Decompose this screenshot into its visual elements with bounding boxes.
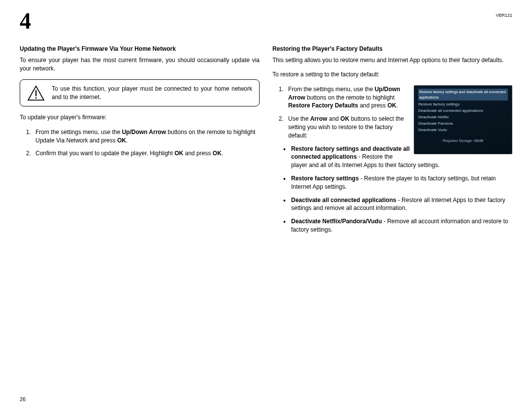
text: . [126, 137, 128, 144]
screenshot-footer: Required Storage: 48MB [418, 138, 508, 143]
svg-point-1 [35, 97, 37, 99]
bold: OK [117, 137, 126, 144]
bullet-restore-all: Restore factory settings and deactivate … [283, 145, 512, 170]
model-code: VBR121 [496, 13, 512, 18]
page-number: 26 [20, 396, 26, 402]
bold: Restore Factory Defaults [288, 102, 358, 109]
bold: Up/Down Arrow [122, 129, 166, 136]
left-column: Updating the Player's Firmware Via Your … [20, 45, 260, 239]
bold: OK [174, 150, 183, 157]
bold: Deactivate all connected applications [291, 197, 396, 204]
screenshot-line: Deactivate Vudu [418, 127, 508, 133]
bullet-deactivate-services: Deactivate Netflix/Pandora/Vudu - Remove… [283, 217, 512, 234]
left-lead: To update your player's firmware: [20, 113, 260, 122]
text: . [222, 150, 223, 157]
right-column: Restoring the Player's Factory Defaults … [272, 45, 512, 239]
alert-box: To use this function, your player must b… [20, 79, 260, 107]
bold: OK [387, 102, 396, 109]
screenshot-line-highlight: Restore factory settings and deactivate … [418, 89, 508, 101]
bold: Deactivate Netflix/Pandora/Vudu [291, 218, 382, 225]
warning-icon [27, 85, 45, 101]
text: and press [358, 102, 387, 109]
text: From the settings menu, use the [35, 129, 122, 136]
bold: Restore factory settings [291, 175, 359, 182]
left-step-1: From the settings menu, use the Up/Down … [33, 128, 260, 145]
settings-screenshot: Restore factory settings and deactivate … [414, 85, 512, 154]
text: Confirm that you want to update the play… [35, 150, 174, 157]
text: buttons on the remote to highlight [305, 94, 395, 101]
text: and [327, 115, 340, 122]
text: and press [183, 150, 212, 157]
bold: Arrow [310, 115, 328, 122]
left-heading: Updating the Player's Firmware Via Your … [20, 45, 260, 52]
left-step-2: Confirm that you want to update the play… [33, 149, 260, 158]
right-intro: This setting allows you to restore menu … [272, 56, 512, 65]
bold: OK [340, 115, 349, 122]
bullet-deactivate-apps: Deactivate all connected applications - … [283, 196, 512, 213]
screenshot-line: Deactivate all connected applications [418, 108, 508, 114]
bold: OK [213, 150, 222, 157]
right-lead: To restore a setting to the factory defa… [272, 70, 512, 79]
left-steps: From the settings menu, use the Up/Down … [20, 128, 260, 158]
screenshot-line: Restore factory settings [418, 102, 508, 107]
right-heading: Restoring the Player's Factory Defaults [272, 45, 512, 52]
left-intro: To ensure your player has the most curre… [20, 56, 260, 73]
text: . [396, 102, 398, 109]
chapter-number: 4 [20, 10, 30, 33]
bullet-restore-factory: Restore factory settings - Restore the p… [283, 174, 512, 191]
screenshot-line: Deactivate Netflix [418, 114, 508, 120]
right-bullets: Restore factory settings and deactivate … [272, 145, 512, 234]
text: From the settings menu, use the [288, 86, 374, 93]
text: Use the [288, 115, 310, 122]
alert-text: To use this function, your player must b… [52, 85, 252, 102]
screenshot-line: Deactivate Pandora [418, 121, 508, 127]
